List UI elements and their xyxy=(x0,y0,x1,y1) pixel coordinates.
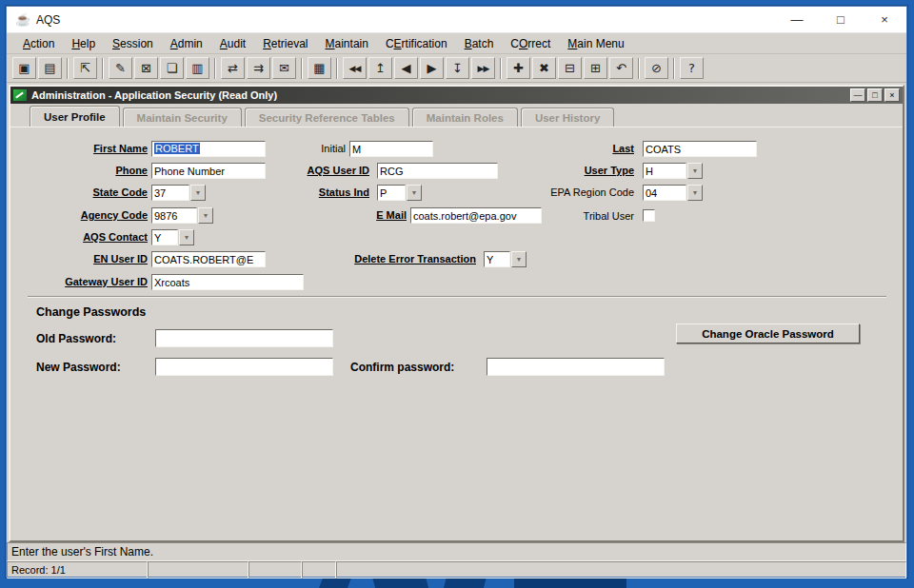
tribal-user-checkbox[interactable] xyxy=(643,209,655,222)
record-bar-cell xyxy=(248,561,302,578)
print-icon[interactable]: ▤ xyxy=(38,57,62,79)
tab-user-history[interactable]: User History xyxy=(521,108,614,127)
menu-session[interactable]: Session xyxy=(104,34,162,53)
duplicate-field-icon[interactable]: ⇄ xyxy=(221,57,245,79)
help-icon[interactable]: ? xyxy=(680,57,704,79)
list-of-values-icon[interactable]: ▦ xyxy=(308,57,331,79)
next-record-icon[interactable]: ▶ xyxy=(420,57,444,79)
first-name-field[interactable]: ROBERT xyxy=(151,141,266,157)
menu-help[interactable]: Help xyxy=(63,34,104,53)
aqs-contact-dropdown[interactable]: ▼ xyxy=(179,229,194,245)
user-type-field[interactable] xyxy=(643,163,686,179)
menu-retrieval[interactable]: Retrieval xyxy=(254,34,316,53)
tab-maintain-security[interactable]: Maintain Security xyxy=(123,108,242,127)
mdi-close-button[interactable]: × xyxy=(884,88,900,102)
window-controls: — □ × xyxy=(775,7,906,32)
app-window: ☕ AQS — □ × ActionHelpSessionAdminAuditR… xyxy=(6,6,907,578)
menu-certification[interactable]: CErtification xyxy=(377,34,456,53)
tab-maintain-roles[interactable]: Maintain Roles xyxy=(412,108,518,127)
clear-form-icon[interactable]: ⊘ xyxy=(645,57,668,79)
state-code-dropdown[interactable]: ▼ xyxy=(190,185,206,201)
toolbar: ▣▤⇱✎⊠❏▥⇄⇉✉▦◀◀↥◀▶↧▶▶✚✖⊟⊞↶⊘? xyxy=(7,54,906,83)
last-name-field[interactable] xyxy=(643,141,757,157)
tab-user-profile[interactable]: User Profile xyxy=(30,106,120,127)
menu-maintain[interactable]: Maintain xyxy=(317,34,377,53)
cancel-query-icon[interactable]: ↶ xyxy=(609,57,633,79)
clear-field-icon[interactable]: ⊠ xyxy=(134,57,158,79)
phone-label: Phone xyxy=(20,165,148,176)
minimize-button[interactable]: — xyxy=(775,7,819,32)
insert-record-icon[interactable]: ✚ xyxy=(507,57,530,79)
title-bar: ☕ AQS — □ × xyxy=(7,7,906,33)
status-ind-field[interactable] xyxy=(377,185,406,201)
state-code-field[interactable] xyxy=(151,185,189,201)
copy-icon[interactable]: ❏ xyxy=(160,57,184,79)
initial-field[interactable] xyxy=(349,141,433,157)
user-type-label: User Type xyxy=(484,165,634,176)
delete-error-transaction-field[interactable] xyxy=(484,251,510,267)
change-passwords-heading: Change Passwords xyxy=(36,305,146,319)
previous-record-icon[interactable]: ◀ xyxy=(394,57,418,79)
old-password-label: Old Password: xyxy=(36,332,116,345)
menu-batch[interactable]: Batch xyxy=(456,34,503,53)
email-label: E Mail xyxy=(277,209,407,221)
agency-code-field[interactable] xyxy=(151,207,197,224)
epa-region-code-field[interactable] xyxy=(643,185,686,201)
change-oracle-password-button[interactable]: Change Oracle Password xyxy=(676,323,860,343)
initial-label: Initial xyxy=(268,143,346,154)
toolbar-separator xyxy=(336,58,338,79)
menu-main-menu[interactable]: Main Menu xyxy=(559,34,632,53)
previous-block-icon[interactable]: ◀◀ xyxy=(343,57,367,79)
status-message: Enter the user's First Name. xyxy=(11,545,153,559)
status-message-bar: Enter the user's First Name. xyxy=(7,542,906,561)
execute-query-icon[interactable]: ⊞ xyxy=(584,57,607,79)
aqs-user-id-field[interactable] xyxy=(377,163,498,179)
next-block-icon[interactable]: ▶▶ xyxy=(471,57,495,79)
menubar: ActionHelpSessionAdminAuditRetrievalMain… xyxy=(7,33,906,54)
tribal-user-label: Tribal User xyxy=(484,210,634,222)
chevron-down-icon: ▼ xyxy=(195,189,202,196)
mdi-minimize-button[interactable]: — xyxy=(850,88,865,102)
menu-correct[interactable]: COrrect xyxy=(502,34,559,53)
state-code-label: State Code xyxy=(20,186,148,198)
duplicate-record-icon[interactable]: ⇉ xyxy=(247,57,270,79)
menu-audit[interactable]: Audit xyxy=(211,34,254,53)
close-button[interactable]: × xyxy=(863,7,906,32)
save-icon[interactable]: ▣ xyxy=(12,57,36,79)
tab-security-reference-tables[interactable]: Security Reference Tables xyxy=(245,108,409,127)
toolbar-separator xyxy=(214,58,216,79)
toolbar-separator xyxy=(673,58,675,79)
status-ind-dropdown[interactable]: ▼ xyxy=(407,185,422,201)
agency-code-dropdown[interactable]: ▼ xyxy=(198,207,213,224)
send-email-icon[interactable]: ✉ xyxy=(272,57,296,79)
last-name-label: Last xyxy=(484,143,634,154)
new-password-field[interactable] xyxy=(155,358,333,376)
old-password-field[interactable] xyxy=(155,329,333,347)
user-type-dropdown[interactable]: ▼ xyxy=(687,163,703,179)
scroll-up-icon[interactable]: ↥ xyxy=(368,57,392,79)
section-divider xyxy=(28,296,886,298)
aqs-contact-field[interactable] xyxy=(151,229,178,245)
user-profile-form: First Name ROBERT Initial Last Phone AQS… xyxy=(10,127,903,540)
scroll-down-icon[interactable]: ↧ xyxy=(446,57,469,79)
menu-action[interactable]: Action xyxy=(14,34,63,53)
en-user-id-field[interactable] xyxy=(151,251,266,267)
maximize-button[interactable]: □ xyxy=(819,7,863,32)
paste-icon[interactable]: ▥ xyxy=(186,57,209,79)
toolbar-separator xyxy=(638,58,640,79)
confirm-password-label: Confirm password: xyxy=(350,361,454,374)
delete-record-icon[interactable]: ✖ xyxy=(532,57,556,79)
mdi-restore-button[interactable]: □ xyxy=(867,88,883,102)
menu-admin[interactable]: Admin xyxy=(162,34,211,53)
toolbar-separator xyxy=(102,58,104,79)
exit-icon[interactable]: ⇱ xyxy=(73,57,97,79)
enter-query-icon[interactable]: ⊟ xyxy=(558,57,582,79)
gateway-user-id-field[interactable] xyxy=(151,274,304,290)
delete-error-transaction-dropdown[interactable]: ▼ xyxy=(511,251,527,267)
epa-region-code-dropdown[interactable]: ▼ xyxy=(687,185,703,201)
chevron-down-icon: ▼ xyxy=(692,167,699,174)
aqs-user-id-label: AQS User ID xyxy=(239,165,369,176)
record-count: Record: 1/1 xyxy=(11,564,66,576)
confirm-password-field[interactable] xyxy=(487,358,665,376)
edit-icon[interactable]: ✎ xyxy=(109,57,132,79)
